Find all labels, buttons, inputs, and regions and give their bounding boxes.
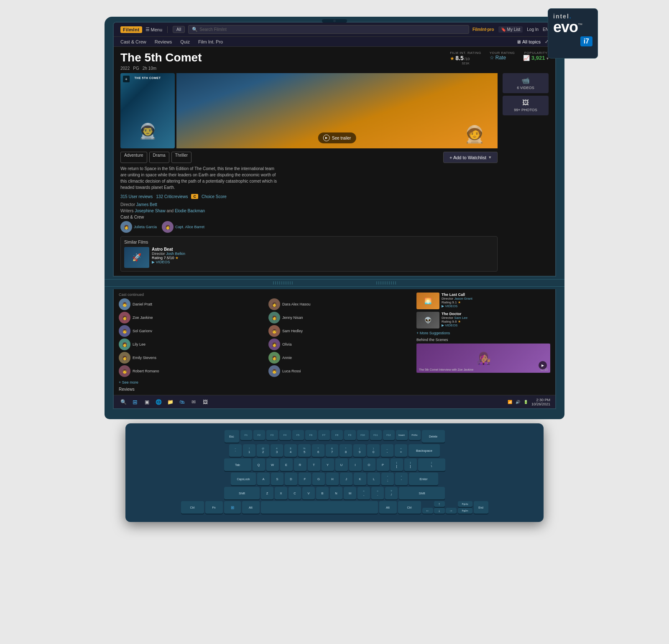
add-poster-icon[interactable]: + (123, 76, 130, 82)
key-f4[interactable]: F4 (279, 430, 291, 440)
photos-thumb[interactable]: 🖼 99+ PHOTOS (503, 96, 549, 115)
rate-button[interactable]: ☆ Rate (490, 55, 515, 61)
taskbar-task-view-icon[interactable]: ▣ (142, 397, 151, 407)
astrobeat-director[interactable]: Josh Belkin (166, 252, 185, 256)
key-a[interactable]: A (257, 473, 270, 485)
doctor-director[interactable]: Sam Lee (454, 316, 467, 320)
writer2-link[interactable]: Elodie Backman (175, 209, 205, 213)
your-rating-block[interactable]: YOUR RATING ☆ Rate (490, 51, 515, 61)
cast-name-jenny[interactable]: Jenny Nisan (282, 316, 303, 320)
see-more-cast[interactable]: + See more (119, 380, 416, 384)
key-equals[interactable]: += (395, 444, 407, 457)
cast-name-robert[interactable]: Robert Romano (133, 369, 159, 373)
key-e[interactable]: E (280, 458, 293, 471)
key-f7[interactable]: F7 (318, 430, 330, 440)
key-t[interactable]: T (308, 458, 320, 471)
filmintpro-logo[interactable]: FilmInt·pro (472, 27, 494, 32)
cast-name-julieta[interactable]: Julieta Garcia (134, 225, 157, 229)
key-f12[interactable]: F12 (383, 430, 395, 440)
key-i[interactable]: I (349, 458, 362, 471)
key-backslash[interactable]: |\ (418, 458, 445, 471)
videos-thumb[interactable]: 📹 6 VIDEOS (503, 73, 549, 93)
user-reviews-count[interactable]: 315 User reviews (120, 194, 153, 199)
more-suggestions-link[interactable]: + More Suggestions (416, 331, 550, 335)
key-f2[interactable]: F2 (253, 430, 265, 440)
last-call-title[interactable]: The Last Call (442, 293, 472, 297)
genre-tag-adventure[interactable]: Adventure (120, 152, 147, 163)
taskbar-photos-icon[interactable]: 🖼 (201, 397, 210, 407)
key-end[interactable]: End (474, 501, 488, 514)
key-m[interactable]: M (344, 487, 356, 499)
key-pgup[interactable]: PgUp (458, 501, 472, 507)
key-d[interactable]: D (285, 473, 297, 485)
cast-name-daniel[interactable]: Daniel Pratt (133, 302, 152, 306)
taskbar-edge-icon[interactable]: 🌐 (154, 397, 163, 407)
astrobeat-videos[interactable]: ▶ VIDEOS (152, 260, 185, 264)
key-x[interactable]: X (275, 487, 287, 499)
key-p[interactable]: P (377, 458, 389, 471)
login-button[interactable]: Log In (527, 27, 539, 32)
key-f[interactable]: F (299, 473, 311, 485)
key-f11[interactable]: F11 (370, 430, 382, 440)
key-fn[interactable]: Fn (205, 501, 223, 514)
key-shift-right[interactable]: Shift (399, 487, 445, 499)
key-capslock[interactable]: CapsLock (231, 473, 256, 485)
key-7[interactable]: &7 (326, 444, 338, 457)
key-f3[interactable]: F3 (266, 430, 278, 440)
cast-name-luca[interactable]: Luca Rossi (282, 369, 301, 373)
taskbar-windows-icon[interactable]: ⊞ (130, 397, 140, 407)
key-comma[interactable]: <, (357, 487, 370, 499)
taskbar-store-icon[interactable]: 🛍 (177, 397, 186, 407)
key-period[interactable]: >. (371, 487, 384, 499)
key-ctrl-right[interactable]: Ctrl (398, 501, 421, 514)
key-f9[interactable]: F9 (344, 430, 356, 440)
key-n[interactable]: N (330, 487, 342, 499)
doctor-videos[interactable]: ▶ VIDEOS (442, 323, 467, 327)
cast-name-alice[interactable]: Capt. Alice Barret (175, 225, 204, 229)
key-2[interactable]: @2 (257, 444, 269, 457)
key-y[interactable]: Y (322, 458, 334, 471)
key-prtsc[interactable]: PrtSc (409, 430, 421, 440)
key-k[interactable]: K (354, 473, 366, 485)
key-arrow-right[interactable]: → (446, 508, 457, 514)
key-l[interactable]: L (368, 473, 380, 485)
filmint-logo[interactable]: FilmInt (120, 26, 142, 33)
taskbar-search-icon[interactable]: 🔍 (119, 397, 128, 407)
key-pgdn[interactable]: PgDn (458, 508, 472, 514)
key-f5[interactable]: F5 (292, 430, 304, 440)
key-tab[interactable]: Tab (224, 458, 251, 471)
nav-cast-crew[interactable]: Cast & Crew (120, 39, 146, 44)
taskbar-mail-icon[interactable]: ✉ (189, 397, 198, 407)
key-esc[interactable]: Esc (225, 430, 239, 443)
key-h[interactable]: H (326, 473, 339, 485)
cast-name-zoe[interactable]: Zoe Javkine (133, 316, 153, 320)
key-space[interactable] (261, 501, 378, 514)
watchlist-button[interactable]: + Add to Watchlist ▾ (443, 152, 498, 163)
key-alt-right[interactable]: Alt (379, 501, 397, 514)
key-arrow-down[interactable]: ↓ (434, 508, 445, 514)
cast-name-dara[interactable]: Dara Alex Hasou (282, 302, 311, 306)
key-insert[interactable]: Insert (396, 430, 408, 440)
key-f6[interactable]: F6 (305, 430, 317, 440)
cast-name-annie[interactable]: Annie (282, 356, 292, 360)
key-rbracket[interactable]: }] (404, 458, 417, 471)
menu-button[interactable]: ☰ Menu (146, 27, 163, 32)
key-f1[interactable]: F1 (240, 430, 252, 440)
key-windows[interactable]: ⊞ (224, 501, 241, 514)
cast-name-lily[interactable]: Lily Lee (133, 342, 146, 346)
key-8[interactable]: *8 (340, 444, 352, 457)
last-call-director[interactable]: Jason Grant (454, 297, 472, 300)
key-g[interactable]: G (312, 473, 325, 485)
key-0[interactable]: )0 (367, 444, 380, 457)
cast-name-sol[interactable]: Sol Garionv (133, 329, 152, 333)
astrobeat-title[interactable]: Astro Beat (152, 247, 185, 252)
my-list-button[interactable]: 🔖 My List (498, 26, 523, 33)
watchlist-dropdown-icon[interactable]: ▾ (489, 155, 491, 160)
key-o[interactable]: O (363, 458, 375, 471)
key-slash[interactable]: ?/ (385, 487, 398, 499)
key-delete[interactable]: Delete (422, 430, 445, 443)
key-5[interactable]: %5 (298, 444, 311, 457)
key-r[interactable]: R (294, 458, 306, 471)
key-v[interactable]: V (302, 487, 315, 499)
key-6[interactable]: ^6 (312, 444, 324, 457)
